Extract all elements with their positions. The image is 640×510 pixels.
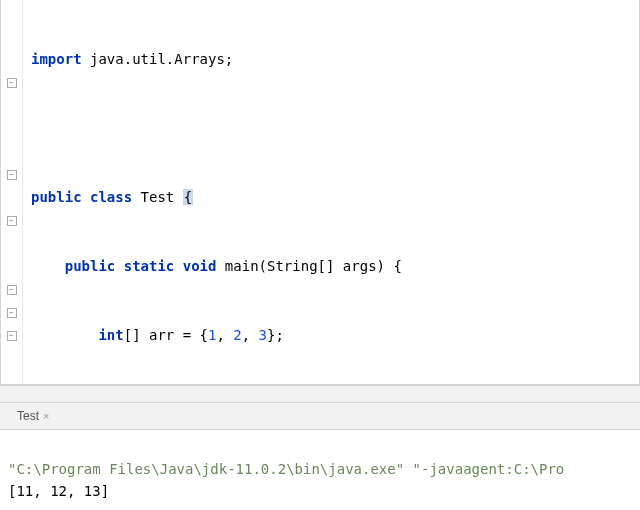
code-editor[interactable]: importimport java.util.Arrays; java.util… — [23, 0, 639, 384]
run-tab-bar: Test× — [0, 403, 640, 429]
run-tab-test[interactable]: Test× — [8, 405, 58, 427]
fold-icon[interactable] — [7, 78, 17, 88]
fold-icon[interactable] — [7, 285, 17, 295]
close-icon[interactable]: × — [43, 410, 49, 422]
fold-icon[interactable] — [7, 308, 17, 318]
run-tab-label: Test — [17, 409, 39, 423]
fold-icon[interactable] — [7, 331, 17, 341]
gutter — [1, 0, 23, 384]
console-stdout: [11, 12, 13] — [8, 483, 109, 499]
fold-icon[interactable] — [7, 216, 17, 226]
console-output[interactable]: "C:\Program Files\Java\jdk-11.0.2\bin\ja… — [0, 429, 640, 510]
editor-area: importimport java.util.Arrays; java.util… — [0, 0, 640, 385]
console-command: "C:\Program Files\Java\jdk-11.0.2\bin\ja… — [8, 461, 564, 477]
fold-icon[interactable] — [7, 170, 17, 180]
panel-separator[interactable] — [0, 385, 640, 403]
